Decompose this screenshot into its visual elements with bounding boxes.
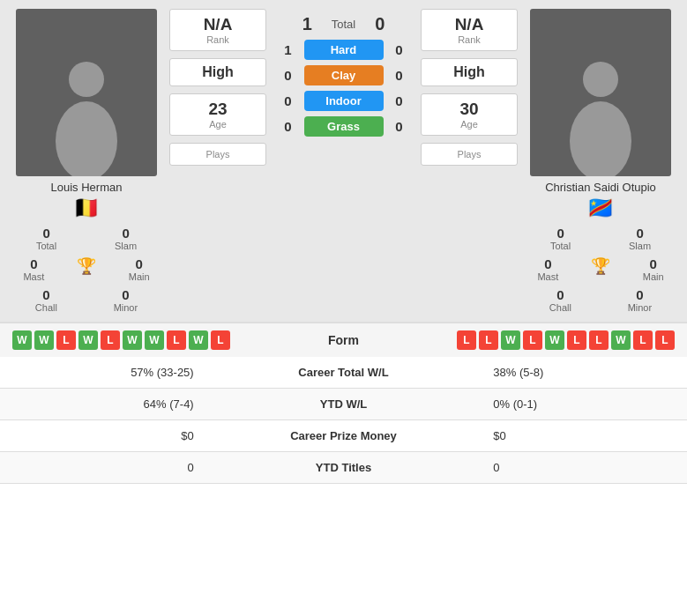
- indoor-score-left: 0: [280, 93, 297, 108]
- center-scores: 1 Total 0 1 Hard 0 0 Clay 0: [270, 9, 417, 313]
- left-minor-stat: 0 Minor: [114, 287, 138, 313]
- right-rank-panel: N/A Rank: [421, 9, 518, 51]
- left-age-label: Age: [209, 119, 227, 130]
- right-age-panel: 30 Age: [421, 93, 518, 136]
- total-score-row: 1 Total 0: [295, 14, 392, 34]
- left-form-badges: WWLWLWWLWL: [12, 330, 230, 350]
- right-rank-label: Rank: [458, 34, 481, 45]
- right-player-col: Christian Saidi Otupio 🇨🇩 0 Total 0 Slam…: [521, 9, 680, 313]
- right-stats-panel: N/A Rank High 30 Age Plays: [421, 9, 518, 313]
- right-minor-label: Minor: [628, 302, 653, 313]
- form-badge-w: W: [501, 330, 520, 350]
- prize-left: $0: [0, 420, 206, 452]
- left-high-value: High: [202, 64, 234, 80]
- left-stats-row1: 0 Total 0 Slam: [7, 226, 166, 251]
- clay-surface-btn[interactable]: Clay: [304, 65, 384, 85]
- indoor-surface-btn[interactable]: Indoor: [304, 91, 384, 111]
- indoor-score-right: 0: [391, 93, 408, 108]
- ytd-wl-label: YTD W/L: [206, 389, 482, 420]
- ytd-wl-right: 0% (0-1): [481, 389, 687, 420]
- grass-score-right: 0: [391, 119, 408, 134]
- left-mast-value: 0: [30, 256, 37, 271]
- left-age-value: 23: [208, 100, 227, 119]
- ytd-wl-row: 64% (7-4) YTD W/L 0% (0-1): [0, 389, 687, 420]
- left-chall-stat: 0 Chall: [35, 287, 57, 313]
- grass-score-left: 0: [280, 119, 297, 134]
- form-badge-w: W: [545, 330, 564, 350]
- left-total-value: 0: [42, 226, 49, 241]
- form-label: Form: [328, 333, 359, 347]
- left-slam-value: 0: [122, 226, 129, 241]
- total-label: Total: [332, 18, 355, 31]
- right-mast-label: Mast: [537, 271, 558, 282]
- right-plays-panel: Plays: [421, 143, 518, 166]
- left-chall-label: Chall: [35, 302, 57, 313]
- right-slam-label: Slam: [629, 241, 651, 251]
- prize-right: $0: [481, 420, 687, 452]
- left-rank-value: N/A: [204, 15, 233, 34]
- total-score-right: 0: [375, 14, 385, 34]
- right-chall-label: Chall: [549, 302, 571, 313]
- right-slam-stat: 0 Slam: [629, 226, 651, 251]
- right-minor-value: 0: [636, 287, 643, 302]
- left-stats-panel: N/A Rank High 23 Age Plays: [169, 9, 266, 313]
- right-high-value: High: [453, 64, 485, 80]
- right-mast-stat: 0 Mast: [537, 256, 558, 282]
- form-badge-l: L: [523, 330, 542, 350]
- left-total-label: Total: [36, 241, 56, 251]
- svg-point-2: [583, 62, 618, 97]
- main-container: Louis Herman 🇧🇪 0 Total 0 Slam 0 Mast: [0, 0, 687, 484]
- form-badge-w: W: [12, 330, 32, 350]
- right-total-stat: 0 Total: [550, 226, 571, 251]
- hard-surface-btn[interactable]: Hard: [304, 40, 384, 60]
- form-badge-l: L: [567, 330, 586, 350]
- hard-score-left: 1: [280, 42, 297, 57]
- left-high-panel: High: [169, 58, 266, 86]
- left-minor-value: 0: [122, 287, 129, 302]
- svg-point-1: [56, 101, 117, 176]
- left-avatar: [16, 9, 157, 176]
- top-section: Louis Herman 🇧🇪 0 Total 0 Slam 0 Mast: [0, 0, 687, 322]
- right-main-value: 0: [650, 256, 657, 271]
- right-player-flag: 🇨🇩: [587, 196, 614, 220]
- form-badge-l: L: [211, 330, 230, 350]
- left-player-name: Louis Herman: [51, 181, 123, 194]
- left-total-stat: 0 Total: [36, 226, 56, 251]
- indoor-score-row: 0 Indoor 0: [270, 91, 417, 111]
- right-mast-value: 0: [544, 256, 551, 271]
- left-plays-label: Plays: [206, 149, 230, 160]
- right-minor-stat: 0 Minor: [628, 287, 653, 313]
- hard-score-row: 1 Hard 0: [270, 40, 417, 60]
- hard-score-right: 0: [391, 42, 408, 57]
- left-slam-stat: 0 Slam: [115, 226, 137, 251]
- svg-point-3: [570, 101, 631, 176]
- clay-score-right: 0: [391, 68, 408, 83]
- right-avatar: [530, 9, 671, 176]
- stats-table: 57% (33-25) Career Total W/L 38% (5-8) 6…: [0, 357, 687, 484]
- right-chall-stat: 0 Chall: [549, 287, 571, 313]
- right-chall-value: 0: [556, 287, 564, 302]
- left-rank-panel: N/A Rank: [169, 9, 266, 51]
- form-badge-w: W: [189, 330, 208, 350]
- form-section: WWLWLWWLWL Form LLWLWLLWLL: [0, 322, 687, 357]
- grass-surface-btn[interactable]: Grass: [304, 116, 384, 137]
- right-high-panel: High: [421, 58, 518, 86]
- left-rank-label: Rank: [206, 34, 229, 45]
- form-badge-w: W: [611, 330, 631, 350]
- form-badge-l: L: [589, 330, 609, 350]
- prize-row: $0 Career Prize Money $0: [0, 420, 687, 452]
- right-total-label: Total: [550, 241, 571, 251]
- left-plays-panel: Plays: [169, 143, 266, 166]
- left-mast-stat: 0 Mast: [23, 256, 44, 282]
- form-badge-l: L: [167, 330, 186, 350]
- right-total-value: 0: [556, 226, 564, 241]
- form-badge-l: L: [655, 330, 675, 350]
- career-wl-row: 57% (33-25) Career Total W/L 38% (5-8): [0, 357, 687, 389]
- form-badge-l: L: [457, 330, 476, 350]
- left-player-col: Louis Herman 🇧🇪 0 Total 0 Slam 0 Mast: [7, 9, 166, 313]
- right-stats-row1: 0 Total 0 Slam: [521, 226, 680, 251]
- right-stats-row3: 0 Chall 0 Minor: [521, 287, 680, 313]
- career-wl-label: Career Total W/L: [206, 357, 482, 389]
- right-age-value: 30: [459, 100, 478, 119]
- right-plays-label: Plays: [458, 149, 482, 160]
